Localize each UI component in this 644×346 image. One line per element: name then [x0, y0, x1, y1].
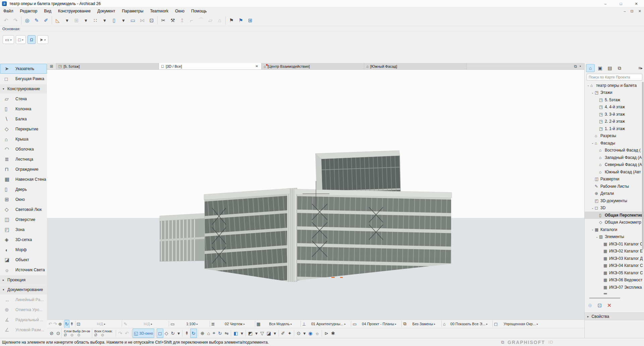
retouch-icon[interactable]: ✦ — [286, 329, 293, 338]
magnet-button[interactable]: Ω — [28, 35, 36, 44]
tab-overview-button[interactable]: ⊞ — [47, 63, 56, 69]
tree-item[interactable]: ⌄ ◻ 3D — [585, 205, 644, 212]
menu-item[interactable]: Окно — [172, 7, 188, 15]
toolbox-item[interactable]: ◇ Световой Люк — [0, 205, 47, 215]
toolbox-item[interactable]: ◪ Объект — [0, 255, 47, 265]
add-item-button[interactable]: ⊕ — [588, 302, 592, 308]
redo-small-icon[interactable]: ↷ — [117, 329, 124, 338]
home-view-icon[interactable]: ⌂ — [206, 329, 211, 338]
tree-item[interactable]: ▦ ИКЭ-02 Каталог Е — [585, 248, 644, 255]
marquee-method-button[interactable]: ▭▸ — [3, 35, 14, 44]
tree-item[interactable]: ▦ ИКЭ-06 Ведомост — [585, 277, 644, 284]
pick-up-parameters-icon[interactable]: ✎ — [32, 16, 41, 25]
tree-item[interactable]: ◰ 3D-документы — [585, 197, 644, 205]
toolbox-item[interactable]: ∠ Угловой Разм... — [0, 325, 47, 335]
mark-up-list-icon[interactable]: ⚑ — [236, 16, 246, 25]
toolbox-item[interactable]: ◈ 3D-сетка — [0, 235, 47, 245]
walk-mode-icon[interactable]: ↟ — [183, 329, 190, 338]
cutting-planes-icon[interactable]: ◪ — [265, 329, 272, 338]
snap-points-icon[interactable]: ∷ — [91, 16, 100, 25]
fillet-icon[interactable]: ⌒ — [196, 16, 206, 25]
toolbox-item[interactable]: ⊞ Окно — [0, 194, 47, 205]
scale-selector[interactable]: 1:100 ▸ — [175, 320, 209, 328]
axonometry-icon[interactable]: ◇ — [163, 329, 170, 338]
selection-method-button[interactable]: □▸ — [16, 35, 26, 44]
3d-viewport[interactable] — [47, 70, 584, 320]
project-map-button[interactable]: ⌂ — [586, 64, 595, 72]
document-restore-button[interactable]: ⊡ — [631, 9, 634, 13]
measure-icon[interactable]: ▭ — [128, 16, 138, 25]
toolbox-item[interactable]: ∡ Радиальный ... — [0, 315, 47, 325]
tree-item[interactable]: ⌄ ⌂ Фасады — [585, 139, 644, 147]
tree-item[interactable]: ◳ 3. 3-й этаж — [585, 111, 644, 118]
snapshot-dropdown-icon[interactable]: ▾ — [302, 329, 307, 338]
tree-item[interactable]: ▦ ИКЭ-07 Эксплика — [585, 284, 644, 291]
tree-item[interactable]: ⌄ ▦ Каталоги — [585, 226, 644, 233]
tree-item[interactable]: ▦ ИКЭ-05 Каталог С — [585, 269, 644, 277]
toolbox-item[interactable]: ◠ Оболочка — [0, 144, 47, 154]
tree-item[interactable]: ◳ 5. 5этаж — [585, 96, 644, 104]
orbit-icon[interactable]: ↻ — [64, 320, 69, 328]
tab-close-icon[interactable]: ✕ — [255, 64, 259, 68]
toolbox-item[interactable]: ☼ Источник Света — [0, 265, 47, 275]
marquee-zoom-icon[interactable]: ◎ — [22, 16, 32, 25]
renovation-filter-selector[interactable]: 00 Показать Все Э... ▸ — [446, 320, 492, 328]
element-information-icon[interactable]: ⊞ — [246, 16, 255, 25]
crop-to-roof-icon[interactable]: ⌂ — [215, 16, 224, 25]
tree-item[interactable]: ▯ Общая Перспектив — [585, 212, 644, 219]
expand-arrow-icon[interactable]: ⌄ — [590, 207, 595, 210]
toolbox-item[interactable]: ↔ Линейный Ра... — [0, 295, 47, 305]
arrow-tool-button[interactable]: ➤▸ — [37, 35, 48, 44]
redo-icon[interactable]: ↷ — [11, 16, 20, 25]
cutting-planes-dropdown-icon[interactable]: ▾ — [272, 329, 277, 338]
view-undo-icon[interactable]: ↶ — [48, 320, 53, 328]
tree-item[interactable]: ▦ — [585, 291, 644, 295]
toolbox-item[interactable]: ◰ Зона — [0, 225, 47, 235]
fly-through-icon[interactable]: ⊳ — [323, 329, 330, 338]
model-view-options-icon[interactable]: ▦ — [256, 320, 261, 328]
tree-item[interactable]: ⊕ Детали — [585, 190, 644, 197]
coordinates-icon[interactable]: ⊞ — [72, 16, 81, 25]
menu-item[interactable]: Помощь — [188, 7, 210, 15]
layer-combination-icon[interactable]: ≣ — [211, 320, 216, 328]
tree-item[interactable]: ⌂ Восточный Фасад ( — [585, 147, 644, 154]
tree-item[interactable]: ⌄ ▨ Элементы — [585, 233, 644, 241]
3d-styles-icon[interactable]: ◧ — [232, 329, 239, 338]
orbit-axes-icon[interactable]: ↻ — [170, 329, 176, 338]
toolbox-item[interactable]: ▯ Колонна — [0, 104, 47, 114]
graphisoft-window-icon[interactable]: ⧉ — [501, 340, 504, 345]
split-icon[interactable]: ✂ — [159, 16, 168, 25]
scale-icon[interactable]: ▭ — [170, 320, 175, 328]
zoom-preset-selector[interactable]: Н/Д ▸ — [81, 320, 121, 328]
tree-item[interactable]: ✎ Рабочие Листы — [585, 183, 644, 190]
view-redo-icon[interactable]: ↷ — [53, 320, 58, 328]
mark-up-icon[interactable]: ⚑ — [227, 16, 236, 25]
expand-arrow-icon[interactable]: ⌄ — [595, 235, 599, 238]
dimension-standard-selector[interactable]: 01 Архитектурны... ▸ — [307, 320, 350, 328]
dimension-standard-icon[interactable]: ⊥ — [302, 320, 307, 328]
toolbox-item[interactable]: ▯ Дверь — [0, 184, 47, 194]
suspend-groups-icon[interactable]: ⋈ — [138, 16, 147, 25]
tree-item[interactable]: ⌄ ⌂ театр оперы и балета — [585, 82, 644, 89]
tree-item[interactable]: ⌂ Западный Фасад (А — [585, 154, 644, 161]
virtual-trace-icon[interactable]: ▯ — [109, 16, 119, 25]
settings-button[interactable]: ⊡ — [598, 302, 602, 308]
undo-icon[interactable]: ↶ — [1, 16, 11, 25]
selected-element-layers-panel[interactable]: Слои Выбр.Эл-ов Ø ⊙ ⊙ — [61, 329, 92, 338]
set-pivot-icon[interactable]: ⊕ — [199, 329, 206, 338]
inject-parameters-icon[interactable]: ✐ — [41, 16, 51, 25]
explore-walk-icon[interactable]: ↟ — [69, 320, 74, 328]
window-minimize-button[interactable]: – — [598, 0, 613, 7]
tree-item[interactable]: ◳ 2. 2-й этаж — [585, 118, 644, 125]
tab[interactable]: ⌂ [Центр Взаимодействия] — [262, 63, 364, 69]
toolbox-item[interactable]: ▱ Стена — [0, 94, 47, 104]
layout-book-button[interactable]: ▤ — [605, 64, 614, 72]
expand-arrow-icon[interactable]: ⌄ — [590, 91, 595, 94]
tab-list-icon[interactable]: ⧉ — [574, 64, 577, 69]
tree-item[interactable]: ◫ Развертки — [585, 176, 644, 183]
expand-arrow-icon[interactable]: ⌄ — [590, 228, 595, 231]
toolbox-item[interactable]: ▾ Документирование — [0, 285, 47, 294]
undo-small-icon[interactable]: ↶ — [123, 329, 130, 338]
toolbox-item[interactable]: ▸ Проекция — [0, 275, 47, 285]
menu-item[interactable]: Файл — [0, 7, 17, 15]
